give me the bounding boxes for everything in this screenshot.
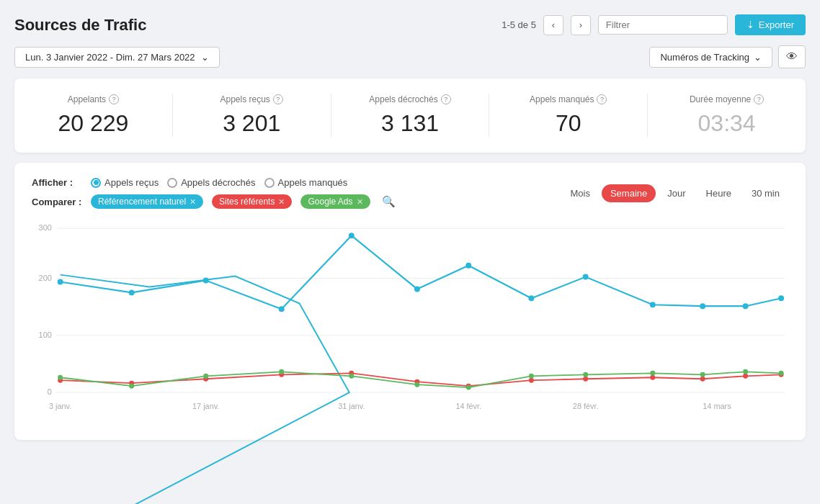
svg-point-18 [700,303,705,309]
export-button[interactable]: ⇣ Exporter [735,14,806,35]
stat-appels-recus-value: 3 201 [173,110,331,137]
tag-sites-referents-close[interactable]: ✕ [278,197,285,207]
svg-point-17 [650,302,656,307]
prev-page-button[interactable]: ‹ [543,15,563,35]
tracking-dropdown[interactable]: Numéros de Tracking ⌄ [649,47,772,68]
svg-point-10 [203,278,209,284]
option-appels-manques[interactable]: Appels manqués [264,177,348,188]
svg-point-35 [129,384,134,389]
page-title: Sources de Trafic [14,16,146,35]
stat-duree-moyenne: Durée moyenne ? 03:34 [648,94,806,137]
time-mois[interactable]: Mois [561,184,598,202]
stat-appels-manques-value: 70 [489,110,647,137]
svg-text:14 mars: 14 mars [703,402,731,410]
tag-sites-referents[interactable]: Sites référents ✕ [212,194,292,209]
filter-input[interactable] [598,15,728,35]
comparer-search-icon[interactable]: 🔍 [379,194,398,210]
stat-appels-recus: Appels reçus ? 3 201 [173,94,331,137]
svg-point-11 [279,306,285,312]
svg-point-30 [650,375,655,380]
tag-referencement-close[interactable]: ✕ [190,197,196,207]
line-chart: 300 200 100 0 [32,217,788,426]
svg-point-8 [58,279,63,285]
visibility-toggle[interactable]: 👁 [778,45,806,68]
svg-point-40 [466,385,471,390]
svg-point-43 [650,371,655,376]
svg-point-42 [583,372,588,377]
svg-point-32 [743,374,748,379]
chart-card: Afficher : Appels reçus Appels décrochés… [14,163,806,440]
chart-controls: Afficher : Appels reçus Appels décrochés… [32,177,788,210]
afficher-label: Afficher : [32,177,82,188]
duree-moyenne-help[interactable]: ? [754,94,764,104]
svg-text:14 févr.: 14 févr. [455,402,481,410]
radio-appels-recus [91,178,101,188]
svg-point-29 [583,377,588,382]
blue-line [61,235,781,309]
svg-point-31 [700,377,705,382]
time-heure[interactable]: Heure [698,184,740,202]
stat-appels-decroches: Appels décrochés ? 3 131 [331,94,490,137]
stat-appels-manques: Appels manqués ? 70 [489,94,648,137]
appels-recus-help[interactable]: ? [273,94,283,104]
svg-point-44 [700,372,705,377]
red-line [61,373,781,386]
svg-point-19 [743,303,749,309]
tracking-selector: Numéros de Tracking ⌄ 👁 [649,45,806,68]
comparer-row: Comparer : Référencement naturel ✕ Sites… [32,194,398,210]
svg-point-41 [529,374,534,379]
page-header: Sources de Trafic 1-5 de 5 ‹ › ⇣ Exporte… [14,14,806,35]
chevron-down-icon: ⌄ [754,52,762,63]
svg-point-12 [349,233,355,238]
sub-header: Lun. 3 Janvier 2022 - Dim. 27 Mars 2022 … [14,45,806,68]
svg-point-34 [58,375,63,380]
svg-point-9 [129,289,135,295]
stat-duree-moyenne-value: 03:34 [648,110,806,137]
svg-text:0: 0 [48,387,52,396]
tag-referencement-naturel[interactable]: Référencement naturel ✕ [91,194,203,209]
appels-manques-help[interactable]: ? [597,94,607,104]
svg-point-13 [414,286,420,292]
option-appels-decroches[interactable]: Appels décrochés [167,177,255,188]
time-jour[interactable]: Jour [659,184,694,202]
stat-appelants: Appelants ? 20 229 [14,94,173,137]
stat-appelants-value: 20 229 [14,110,172,137]
svg-point-36 [203,374,208,379]
time-30min[interactable]: 30 min [743,184,788,202]
svg-point-28 [529,378,534,383]
comparer-label: Comparer : [32,197,82,207]
svg-point-45 [743,369,748,374]
tag-google-ads-close[interactable]: ✕ [357,197,363,207]
tag-google-ads[interactable]: Google Ads ✕ [300,194,370,209]
download-icon: ⇣ [747,19,754,30]
appelants-help[interactable]: ? [109,94,119,104]
option-appels-recus[interactable]: Appels reçus [91,177,159,188]
appels-decroches-help[interactable]: ? [441,94,451,104]
radio-appels-manques [264,178,275,188]
date-range-picker[interactable]: Lun. 3 Janvier 2022 - Dim. 27 Mars 2022 … [14,47,220,68]
svg-point-37 [279,369,284,374]
svg-point-46 [779,371,784,376]
chevron-down-icon: ⌄ [201,52,209,63]
afficher-row: Afficher : Appels reçus Appels décrochés… [32,177,398,188]
svg-text:300: 300 [39,223,52,232]
svg-point-38 [349,374,354,379]
svg-text:100: 100 [39,330,52,339]
chart-area: 300 200 100 0 [32,217,788,428]
svg-text:3 janv.: 3 janv. [49,402,71,410]
svg-text:17 janv.: 17 janv. [192,402,219,410]
chart-left-controls: Afficher : Appels reçus Appels décrochés… [32,177,398,210]
svg-text:28 févr.: 28 févr. [573,402,599,410]
svg-text:31 janv.: 31 janv. [338,402,365,410]
time-semaine[interactable]: Semaine [602,184,656,202]
stats-card: Appelants ? 20 229 Appels reçus ? 3 201 … [14,78,806,153]
green-line [61,372,781,387]
next-page-button[interactable]: › [571,15,591,35]
svg-point-16 [583,274,589,280]
pagination-info: 1-5 de 5 [502,19,536,30]
svg-text:200: 200 [39,274,52,282]
radio-appels-decroches [167,178,177,188]
svg-point-39 [414,382,419,387]
svg-point-15 [528,295,534,301]
header-controls: 1-5 de 5 ‹ › ⇣ Exporter [502,14,806,35]
